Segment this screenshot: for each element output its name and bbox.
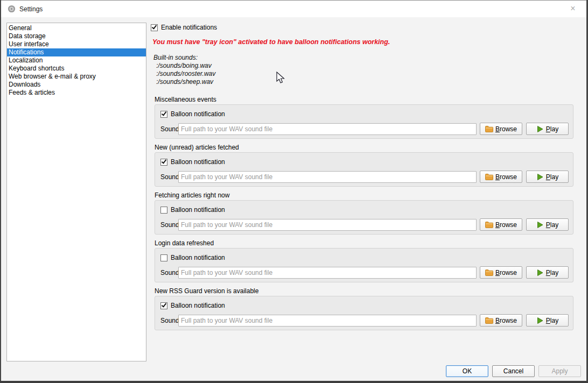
section-title: Login data refreshed <box>155 239 573 247</box>
sound-label: Sound <box>160 269 178 276</box>
builtin-sounds-title: Built-in sounds: <box>153 54 215 62</box>
folder-icon <box>485 317 493 324</box>
enable-notifications-checkbox[interactable] <box>151 24 158 31</box>
sidebar-item-keyboard-shortcuts[interactable]: Keyboard shortcuts <box>7 65 146 73</box>
notification-section: Login data refreshed Balloon notificatio… <box>155 239 573 283</box>
play-button[interactable]: Play <box>526 314 569 327</box>
balloon-notification-checkbox[interactable] <box>160 207 167 214</box>
sidebar-item-web-browser-e-mail-proxy[interactable]: Web browser & e-mail & proxy <box>7 73 146 81</box>
mouse-cursor <box>276 72 287 86</box>
window-border-top <box>0 0 588 1</box>
balloon-notification-checkbox[interactable] <box>160 111 167 118</box>
balloon-notification-row[interactable]: Balloon notification <box>160 302 225 309</box>
sound-label: Sound <box>160 125 178 133</box>
browse-button[interactable]: Browse <box>480 123 522 135</box>
sound-path-input[interactable] <box>178 123 477 135</box>
balloon-notification-label: Balloon notification <box>171 254 225 261</box>
balloon-notification-row[interactable]: Balloon notification <box>160 206 225 214</box>
ok-button[interactable]: OK <box>446 365 488 377</box>
sidebar-item-user-interface[interactable]: User interface <box>7 40 146 48</box>
play-icon <box>536 317 544 324</box>
balloon-notification-row[interactable]: Balloon notification <box>160 158 225 166</box>
play-button[interactable]: Play <box>526 123 569 135</box>
folder-icon <box>485 221 493 228</box>
apply-button: Apply <box>538 365 581 377</box>
balloon-notification-row[interactable]: Balloon notification <box>160 110 225 118</box>
checkmark-icon <box>162 110 166 116</box>
section-groupbox: Balloon notification Sound Browse <box>155 104 573 139</box>
sidebar-item-feeds-articles[interactable]: Feeds & articles <box>7 89 146 97</box>
sidebar-item-data-storage[interactable]: Data storage <box>7 32 146 40</box>
checkmark-icon <box>152 24 157 29</box>
sound-label: Sound <box>160 173 178 181</box>
tray-icon-warning: You must have "tray icon" activated to h… <box>152 38 390 46</box>
sound-label: Sound <box>160 221 178 229</box>
cancel-button[interactable]: Cancel <box>492 365 535 377</box>
folder-icon <box>485 269 493 276</box>
sound-path-input[interactable] <box>178 267 477 279</box>
folder-icon <box>485 125 493 132</box>
section-groupbox: Balloon notification Sound Browse <box>155 296 573 330</box>
sound-label: Sound <box>160 317 178 324</box>
browse-button[interactable]: Browse <box>480 314 522 327</box>
balloon-notification-label: Balloon notification <box>171 206 225 214</box>
play-icon <box>536 125 544 133</box>
play-icon <box>536 173 544 181</box>
settings-window: Settings × GeneralData storageUser inter… <box>0 0 588 383</box>
close-icon[interactable]: × <box>565 2 581 15</box>
balloon-notification-checkbox[interactable] <box>160 254 167 261</box>
balloon-notification-label: Balloon notification <box>171 302 225 309</box>
checkmark-icon <box>162 302 166 307</box>
builtin-sounds-lines: :/sounds/boing.wav:/sounds/rooster.wav:/… <box>153 62 215 86</box>
builtin-sound-line: :/sounds/sheep.wav <box>153 78 215 86</box>
sound-path-input[interactable] <box>178 219 477 231</box>
builtin-sounds-block: Built-in sounds: :/sounds/boing.wav:/sou… <box>153 54 215 86</box>
notification-section: Fetching articles right now Balloon noti… <box>155 191 573 236</box>
balloon-notification-row[interactable]: Balloon notification <box>160 254 225 261</box>
section-groupbox: Balloon notification Sound Browse <box>155 248 573 282</box>
notification-section: Miscellaneous events Balloon notificatio… <box>155 96 573 140</box>
section-title: New RSS Guard version is available <box>155 287 573 295</box>
browse-button[interactable]: Browse <box>480 266 522 279</box>
folder-icon <box>485 173 493 180</box>
builtin-sound-line: :/sounds/rooster.wav <box>153 70 215 78</box>
sound-path-input[interactable] <box>178 171 477 183</box>
sound-path-input[interactable] <box>178 315 477 327</box>
play-button[interactable]: Play <box>526 171 569 183</box>
sidebar-item-downloads[interactable]: Downloads <box>7 81 146 89</box>
titlebar[interactable]: Settings × <box>1 1 586 17</box>
section-title: New (unread) articles fetched <box>155 144 573 151</box>
notification-section: New (unread) articles fetched Balloon no… <box>155 144 573 188</box>
window-title: Settings <box>19 5 43 13</box>
notification-section: New RSS Guard version is available Ballo… <box>155 287 573 331</box>
sidebar-item-notifications[interactable]: Notifications <box>7 48 146 56</box>
play-icon <box>536 221 544 229</box>
enable-notifications-row[interactable]: Enable notifications <box>151 24 217 31</box>
balloon-notification-label: Balloon notification <box>171 158 225 166</box>
play-button[interactable]: Play <box>526 266 569 279</box>
checkmark-icon <box>162 158 166 164</box>
enable-notifications-label: Enable notifications <box>161 24 217 31</box>
window-border-left <box>0 0 1 383</box>
balloon-notification-checkbox[interactable] <box>160 302 167 309</box>
play-button[interactable]: Play <box>526 218 569 231</box>
window-border-bottom <box>0 381 588 383</box>
settings-category-list: GeneralData storageUser interfaceNotific… <box>6 23 146 361</box>
browse-button[interactable]: Browse <box>480 171 522 183</box>
sidebar-item-general[interactable]: General <box>7 24 146 32</box>
balloon-notification-checkbox[interactable] <box>160 159 167 166</box>
play-icon <box>536 269 544 276</box>
builtin-sound-line: :/sounds/boing.wav <box>153 62 215 70</box>
balloon-notification-label: Balloon notification <box>171 110 225 118</box>
section-title: Miscellaneous events <box>155 96 573 103</box>
sidebar-item-localization[interactable]: Localization <box>7 56 146 65</box>
section-groupbox: Balloon notification Sound Browse <box>155 200 573 235</box>
section-groupbox: Balloon notification Sound Browse <box>155 152 573 187</box>
settings-gear-icon <box>8 5 16 13</box>
browse-button[interactable]: Browse <box>480 218 522 231</box>
section-title: Fetching articles right now <box>155 191 573 199</box>
